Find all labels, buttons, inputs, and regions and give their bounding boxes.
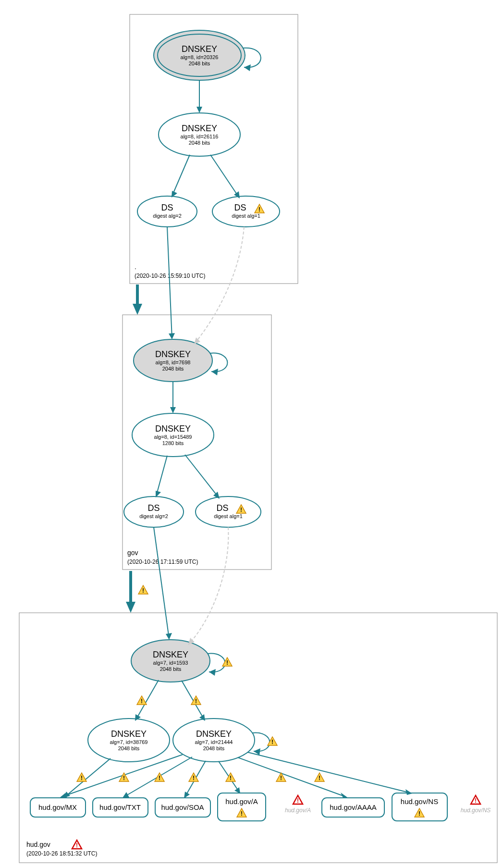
svg-text:2048 bits: 2048 bits (189, 61, 210, 66)
svg-text:hud.gov/SOA: hud.gov/SOA (161, 803, 204, 811)
svg-text:digest alg=1: digest alg=1 (214, 513, 243, 519)
svg-text:!: ! (195, 698, 197, 705)
svg-text:DNSKEY: DNSKEY (182, 44, 217, 54)
node-root-ds2: DS digest alg=1 (212, 196, 280, 227)
svg-text:1280 bits: 1280 bits (162, 440, 184, 446)
node-root-ksk: DNSKEY alg=8, id=20326 2048 bits (154, 30, 245, 80)
svg-text:DNSKEY: DNSKEY (196, 729, 232, 739)
svg-text:!: ! (319, 775, 320, 781)
svg-text:!: ! (280, 775, 282, 781)
svg-text:DNSKEY: DNSKEY (155, 424, 191, 434)
node-hud-zsk2: DNSKEY alg=7, id=21444 2048 bits (173, 719, 255, 762)
svg-text:2048 bits: 2048 bits (162, 366, 184, 372)
zone-root-label: . (135, 263, 136, 271)
svg-text:!: ! (81, 775, 83, 781)
svg-text:2048 bits: 2048 bits (203, 745, 225, 751)
node-gov-zsk: DNSKEY alg=8, id=15489 1280 bits (132, 413, 214, 457)
zone-root-timestamp: (2020-10-26 15:59:10 UTC) (135, 273, 205, 279)
svg-marker-46 (166, 633, 172, 640)
svg-text:2048 bits: 2048 bits (189, 140, 210, 146)
svg-text:hud.gov/A: hud.gov/A (225, 797, 258, 806)
svg-text:!: ! (241, 810, 243, 817)
error-icon: ! (72, 840, 82, 849)
svg-text:alg=7, id=1593: alg=7, id=1593 (153, 660, 188, 666)
svg-text:!: ! (141, 698, 143, 705)
node-gov-ds2: DS digest alg=1 (196, 496, 261, 527)
warning-icon: ! (268, 737, 277, 745)
svg-marker-27 (194, 337, 200, 344)
error-icon: ! (471, 795, 480, 804)
svg-text:alg=7, id=21444: alg=7, id=21444 (195, 739, 233, 745)
svg-text:!: ! (226, 659, 228, 666)
svg-text:!: ! (76, 842, 78, 849)
svg-text:DNSKEY: DNSKEY (153, 650, 188, 659)
zone-hud-timestamp: (2020-10-26 18:51:32 UTC) (26, 850, 97, 857)
svg-text:!: ! (297, 797, 299, 804)
svg-text:!: ! (193, 775, 195, 781)
node-hud-zsk1: DNSKEY alg=7, id=38769 2048 bits (88, 719, 170, 762)
warning-icon: ! (138, 585, 148, 594)
svg-marker-7 (244, 64, 251, 71)
svg-text:DS: DS (216, 503, 228, 513)
svg-text:!: ! (418, 810, 420, 817)
svg-marker-45 (209, 669, 216, 676)
node-rr-aaaa: hud.gov/AAAA (322, 798, 384, 817)
svg-marker-25 (211, 369, 218, 375)
node-rr-mx: hud.gov/MX (30, 798, 86, 817)
node-root-zsk: DNSKEY alg=8, id=26116 2048 bits (159, 113, 240, 156)
node-hud-ksk: DNSKEY alg=7, id=1593 2048 bits (131, 640, 210, 682)
svg-text:!: ! (475, 797, 477, 804)
svg-text:2048 bits: 2048 bits (160, 666, 182, 672)
svg-text:DNSKEY: DNSKEY (182, 124, 217, 133)
svg-text:2048 bits: 2048 bits (118, 745, 140, 751)
svg-text:hud.gov/TXT: hud.gov/TXT (99, 803, 141, 811)
node-rr-soa: hud.gov/SOA (155, 798, 210, 817)
svg-text:hud.gov/NS: hud.gov/NS (401, 797, 438, 806)
svg-text:DNSKEY: DNSKEY (111, 729, 147, 739)
node-root-ds1: DS digest alg=2 (137, 196, 197, 227)
zone-gov-timestamp: (2020-10-26 17:11:59 UTC) (127, 558, 198, 565)
svg-text:alg=8, id=15489: alg=8, id=15489 (154, 434, 192, 440)
warning-icon: ! (77, 773, 86, 781)
zone-gov-label: gov (127, 549, 138, 557)
node-rr-txt: hud.gov/TXT (93, 798, 148, 817)
svg-text:!: ! (240, 507, 242, 513)
svg-text:DS: DS (234, 203, 246, 212)
svg-text:!: ! (123, 775, 125, 781)
node-gov-ksk: DNSKEY alg=8, id=7698 2048 bits (134, 339, 212, 382)
svg-marker-1 (126, 602, 135, 613)
svg-marker-0 (133, 304, 142, 315)
svg-text:digest alg=2: digest alg=2 (153, 213, 182, 219)
svg-marker-32 (170, 407, 176, 413)
svg-marker-12 (196, 107, 202, 113)
svg-text:DS: DS (147, 503, 159, 513)
zone-hud-label: hud.gov (26, 841, 50, 848)
svg-text:!: ! (258, 206, 260, 213)
ghost-a: hud.gov/A (285, 807, 311, 814)
svg-text:!: ! (142, 587, 144, 594)
svg-text:alg=7, id=38769: alg=7, id=38769 (110, 739, 148, 745)
svg-text:alg=8, id=7698: alg=8, id=7698 (156, 360, 191, 365)
error-icon: ! (293, 795, 303, 804)
svg-text:hud.gov/AAAA: hud.gov/AAAA (330, 803, 377, 811)
svg-marker-26 (169, 333, 175, 339)
svg-text:DNSKEY: DNSKEY (155, 349, 191, 359)
svg-text:!: ! (271, 739, 273, 745)
warning-icon: ! (189, 773, 198, 781)
svg-marker-72 (123, 792, 129, 798)
svg-text:hud.gov/MX: hud.gov/MX (38, 803, 77, 811)
svg-text:!: ! (230, 775, 232, 781)
svg-text:alg=8, id=20326: alg=8, id=20326 (181, 54, 219, 60)
warning-icon: ! (315, 773, 324, 781)
ghost-ns: hud.gov/NS (461, 807, 491, 814)
warning-icon: ! (137, 696, 147, 705)
svg-text:alg=8, id=26116: alg=8, id=26116 (181, 134, 219, 139)
svg-text:DS: DS (161, 203, 173, 212)
node-gov-ds1: DS digest alg=2 (124, 496, 184, 527)
svg-text:!: ! (159, 775, 160, 781)
svg-text:digest alg=1: digest alg=1 (232, 213, 260, 219)
svg-text:digest alg=2: digest alg=2 (139, 513, 168, 519)
